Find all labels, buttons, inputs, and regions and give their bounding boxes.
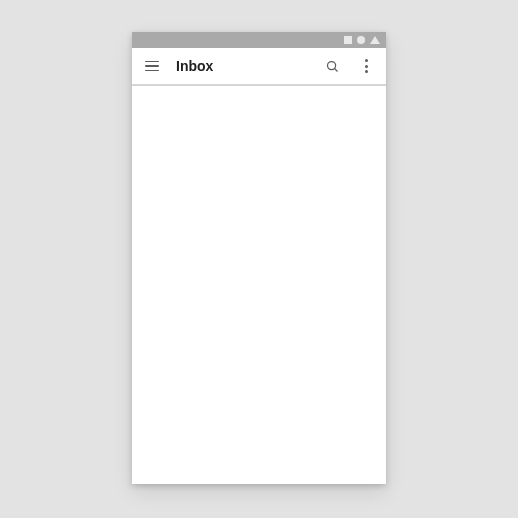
status-bar bbox=[132, 32, 386, 48]
more-vertical-icon bbox=[359, 59, 373, 73]
hamburger-icon bbox=[145, 61, 159, 72]
status-triangle-icon bbox=[370, 36, 380, 44]
status-square-icon bbox=[344, 36, 352, 44]
app-bar: Inbox bbox=[132, 48, 386, 86]
svg-line-1 bbox=[334, 68, 337, 71]
search-button[interactable] bbox=[322, 56, 342, 76]
page-title: Inbox bbox=[176, 58, 213, 74]
content-area bbox=[132, 86, 386, 484]
menu-button[interactable] bbox=[142, 56, 162, 76]
status-circle-icon bbox=[357, 36, 365, 44]
svg-point-0 bbox=[327, 61, 335, 69]
overflow-menu-button[interactable] bbox=[356, 56, 376, 76]
device-frame: Inbox bbox=[132, 32, 386, 484]
search-icon bbox=[325, 59, 340, 74]
